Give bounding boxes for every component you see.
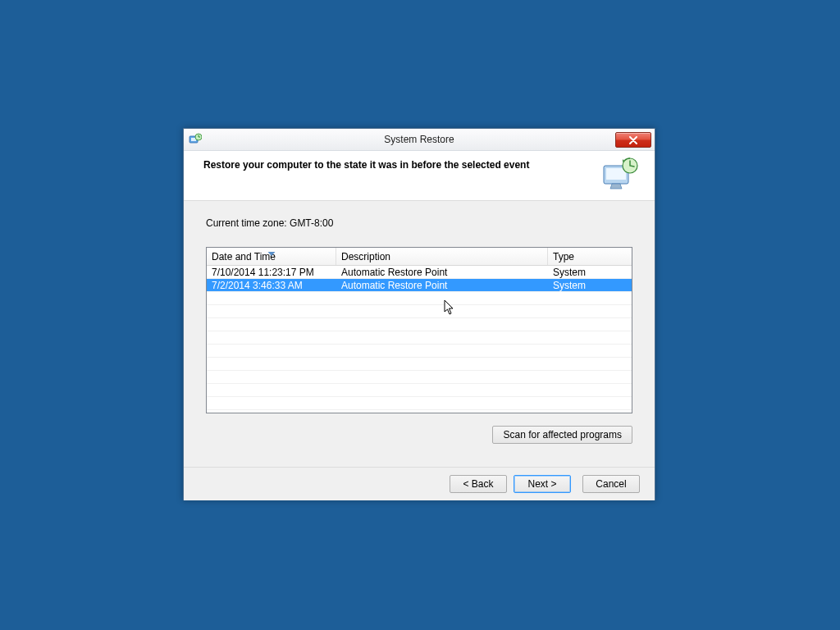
table-row-empty bbox=[207, 384, 632, 397]
header-strip: Restore your computer to the state it wa… bbox=[184, 151, 655, 201]
close-button[interactable] bbox=[615, 132, 651, 148]
content-area: Current time zone: GMT-8:00 Date and Tim… bbox=[184, 201, 655, 467]
table-row-empty bbox=[207, 371, 632, 384]
table-row-empty bbox=[207, 358, 632, 371]
next-button[interactable]: Next > bbox=[514, 475, 571, 493]
system-restore-dialog: System Restore Restore your computer to … bbox=[183, 128, 655, 500]
titlebar: System Restore bbox=[184, 129, 655, 151]
scan-affected-programs-button[interactable]: Scan for affected programs bbox=[492, 426, 632, 444]
cancel-button[interactable]: Cancel bbox=[582, 475, 640, 493]
sort-descending-icon bbox=[267, 247, 275, 258]
system-restore-icon bbox=[189, 133, 202, 146]
column-description[interactable]: Description bbox=[336, 248, 548, 265]
timezone-label: Current time zone: GMT-8:00 bbox=[206, 217, 632, 229]
footer: < Back Next > Cancel bbox=[184, 467, 655, 500]
restore-points-table[interactable]: Date and Time Description Type 7/10/2014… bbox=[206, 247, 632, 413]
table-row-empty bbox=[207, 318, 632, 331]
svg-rect-4 bbox=[606, 168, 626, 180]
table-row-empty bbox=[207, 397, 632, 410]
table-row[interactable]: 7/10/2014 11:23:17 PM Automatic Restore … bbox=[207, 266, 632, 279]
table-header: Date and Time Description Type bbox=[207, 248, 632, 266]
column-date-time[interactable]: Date and Time bbox=[207, 248, 336, 265]
window-title: System Restore bbox=[184, 134, 655, 145]
table-row-empty bbox=[207, 345, 632, 358]
monitor-clock-icon bbox=[602, 158, 640, 194]
table-row-empty bbox=[207, 305, 632, 318]
table-body: 7/10/2014 11:23:17 PM Automatic Restore … bbox=[207, 266, 632, 410]
table-row-empty bbox=[207, 292, 632, 305]
close-icon bbox=[628, 136, 638, 144]
header-text: Restore your computer to the state it wa… bbox=[203, 158, 602, 171]
column-type[interactable]: Type bbox=[548, 248, 632, 265]
table-row-empty bbox=[207, 331, 632, 345]
table-row[interactable]: 7/2/2014 3:46:33 AM Automatic Restore Po… bbox=[207, 279, 632, 292]
back-button[interactable]: < Back bbox=[450, 475, 507, 493]
